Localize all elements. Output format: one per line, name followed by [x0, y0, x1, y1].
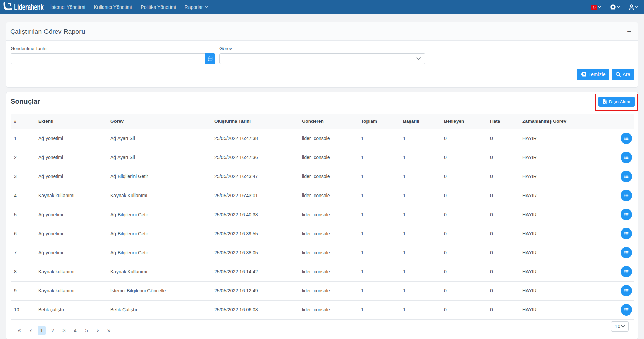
- row-detail-button[interactable]: [621, 266, 632, 277]
- table-cell: 1: [399, 300, 441, 319]
- table-cell: 1: [399, 148, 441, 167]
- table-row: 5Ağ yönetimiAğ Bilgilerini Getir25/05/20…: [11, 205, 634, 224]
- results-card: Sonuçlar Dışa Aktar #EklentiGörevO: [6, 92, 638, 339]
- list-icon: [624, 269, 629, 274]
- filter-card-body: Gönderilme Tarihi: [6, 41, 638, 88]
- row-detail-button[interactable]: [621, 228, 632, 239]
- pagination-page-5[interactable]: 5: [81, 326, 92, 335]
- table-cell: 1: [358, 148, 399, 167]
- table-cell: lider_console: [299, 224, 358, 243]
- results-title: Sonuçlar: [11, 98, 40, 105]
- send-date-input[interactable]: [11, 53, 205, 64]
- user-menu[interactable]: [629, 4, 638, 10]
- table-cell: lider_console: [299, 300, 358, 319]
- table-footer: «‹12345›» 10: [6, 320, 638, 339]
- list-icon: [624, 136, 629, 141]
- page-size-select[interactable]: 10: [611, 321, 629, 332]
- row-detail-button[interactable]: [621, 190, 632, 201]
- table-cell: 1: [11, 129, 35, 148]
- row-detail-button[interactable]: [621, 304, 632, 316]
- table-body: 1Ağ yönetimiAğ Ayarı Sil25/05/2022 16:47…: [11, 129, 634, 319]
- filter-card: Çalıştırılan Görev Raporu − Gönderilme T…: [6, 22, 638, 88]
- nav-item[interactable]: Raporlar: [180, 0, 213, 14]
- table-cell: 0: [487, 167, 519, 186]
- table-cell: Ağ yönetimi: [35, 224, 107, 243]
- table-cell: 0: [441, 300, 487, 319]
- column-header: Hata: [487, 114, 519, 129]
- settings-menu[interactable]: [610, 4, 620, 10]
- table-cell: 1: [358, 129, 399, 148]
- chevron-down-icon: [205, 6, 208, 8]
- row-detail-button[interactable]: [621, 247, 632, 258]
- table-cell-actions: [570, 300, 634, 319]
- table-cell: 1: [399, 281, 441, 300]
- row-detail-button[interactable]: [621, 209, 632, 220]
- table-row: 1Ağ yönetimiAğ Ayarı Sil25/05/2022 16:47…: [11, 129, 634, 148]
- table-cell: İstemci Bilgilerini Güncelle: [107, 281, 211, 300]
- row-detail-button[interactable]: [621, 285, 632, 296]
- table-cell-actions: [570, 129, 634, 148]
- table-cell: 0: [441, 148, 487, 167]
- column-header: Gönderen: [299, 114, 358, 129]
- table-cell: 0: [487, 281, 519, 300]
- user-icon: [629, 4, 634, 10]
- pagination-last[interactable]: »: [103, 326, 114, 335]
- table-cell: 9: [11, 281, 35, 300]
- list-icon: [624, 231, 629, 236]
- calendar-button[interactable]: [205, 53, 215, 64]
- filter-actions: Temizle Ara: [577, 69, 634, 80]
- export-button[interactable]: Dışa Aktar: [598, 97, 635, 107]
- pagination-next[interactable]: ›: [92, 326, 103, 335]
- table-cell: 1: [358, 167, 399, 186]
- table-cell: 0: [441, 243, 487, 262]
- table-cell: 1: [399, 224, 441, 243]
- pagination-page-4[interactable]: 4: [70, 326, 81, 335]
- task-select[interactable]: [219, 53, 425, 64]
- pagination-page-2[interactable]: 2: [47, 326, 58, 335]
- table-cell: 0: [487, 129, 519, 148]
- table-cell: Ağ yönetimi: [35, 129, 107, 148]
- table-row: 8Kaynak kullanımıKaynak Kullanımı25/05/2…: [11, 262, 634, 281]
- table-cell: lider_console: [299, 205, 358, 224]
- page-size-value: 10: [615, 324, 620, 329]
- table-cell: 10: [11, 300, 35, 319]
- collapse-button[interactable]: −: [626, 28, 632, 35]
- pagination-first[interactable]: «: [14, 326, 25, 335]
- list-icon: [624, 250, 629, 255]
- table-cell: Ağ yönetimi: [35, 148, 107, 167]
- page-title: Çalıştırılan Görev Raporu: [10, 28, 85, 35]
- clear-button[interactable]: Temizle: [577, 69, 609, 80]
- nav-item[interactable]: Kullanıcı Yönetimi: [90, 0, 137, 14]
- list-icon: [624, 193, 629, 198]
- table-cell: Ağ Bilgilerini Getir: [107, 167, 211, 186]
- language-menu[interactable]: [591, 5, 601, 10]
- file-excel-icon: [603, 99, 607, 104]
- nav-item[interactable]: İstemci Yönetimi: [46, 0, 89, 14]
- table-cell: 1: [399, 186, 441, 205]
- table-cell: 25/05/2022 16:43:01: [211, 186, 299, 205]
- table-cell: 25/05/2022 16:06:08: [211, 300, 299, 319]
- send-date-input-group: [11, 53, 215, 64]
- pagination: «‹12345›»: [14, 326, 114, 335]
- search-button[interactable]: Ara: [612, 69, 634, 80]
- liderahenk-logo-icon: [3, 2, 13, 12]
- task-field-group: Görev: [219, 46, 425, 64]
- table-cell: 1: [358, 243, 399, 262]
- row-detail-button[interactable]: [621, 152, 632, 163]
- pagination-prev[interactable]: ‹: [25, 326, 36, 335]
- row-detail-button[interactable]: [621, 133, 632, 144]
- table-row: 9Kaynak kullanımıİstemci Bilgilerini Gün…: [11, 281, 634, 300]
- table-cell-actions: [570, 148, 634, 167]
- table-cell: Ağ yönetimi: [35, 205, 107, 224]
- column-header: #: [11, 114, 35, 129]
- nav-item[interactable]: Politika Yönetimi: [136, 0, 180, 14]
- actions-column-header: [570, 114, 634, 129]
- table-cell: Kaynak kullanımı: [35, 281, 107, 300]
- table-cell: HAYIR: [519, 243, 570, 262]
- pagination-page-3[interactable]: 3: [58, 326, 70, 335]
- pagination-page-1[interactable]: 1: [38, 326, 46, 335]
- table-cell: HAYIR: [519, 148, 570, 167]
- table-cell: 1: [358, 205, 399, 224]
- table-cell: 0: [441, 205, 487, 224]
- row-detail-button[interactable]: [621, 171, 632, 182]
